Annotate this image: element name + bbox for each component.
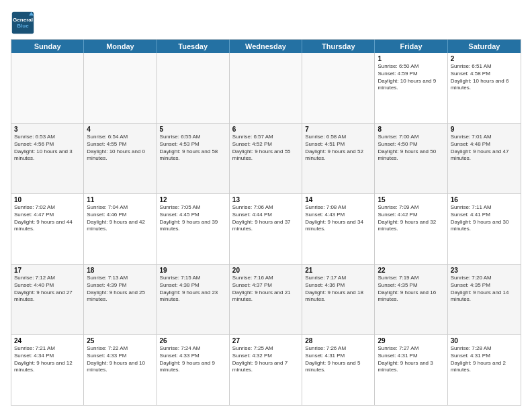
weekday-header: Saturday	[448, 40, 521, 53]
day-number: 27	[232, 337, 299, 345]
day-cell: 15Sunrise: 7:09 AM Sunset: 4:42 PM Dayli…	[375, 194, 447, 264]
calendar-row: 17Sunrise: 7:12 AM Sunset: 4:40 PM Dayli…	[11, 264, 521, 334]
empty-cell	[302, 53, 375, 123]
daylight-hours: Sunrise: 7:16 AM Sunset: 4:37 PM Dayligh…	[232, 275, 299, 304]
day-cell: 9Sunrise: 7:01 AM Sunset: 4:48 PM Daylig…	[448, 124, 521, 193]
daylight-hours: Sunrise: 7:00 AM Sunset: 4:50 PM Dayligh…	[378, 134, 444, 163]
daylight-hours: Sunrise: 6:51 AM Sunset: 4:58 PM Dayligh…	[451, 63, 518, 92]
day-cell: 16Sunrise: 7:11 AM Sunset: 4:41 PM Dayli…	[448, 194, 521, 264]
day-cell: 6Sunrise: 6:57 AM Sunset: 4:52 PM Daylig…	[230, 124, 302, 193]
day-cell: 19Sunrise: 7:15 AM Sunset: 4:38 PM Dayli…	[157, 265, 230, 334]
daylight-hours: Sunrise: 7:05 AM Sunset: 4:45 PM Dayligh…	[160, 204, 226, 233]
day-number: 11	[87, 196, 153, 203]
day-number: 29	[378, 337, 444, 345]
logo-icon: General Blue	[11, 11, 35, 35]
day-cell: 3Sunrise: 6:53 AM Sunset: 4:56 PM Daylig…	[11, 124, 84, 193]
daylight-hours: Sunrise: 6:53 AM Sunset: 4:56 PM Dayligh…	[14, 134, 81, 163]
day-cell: 25Sunrise: 7:22 AM Sunset: 4:33 PM Dayli…	[84, 335, 157, 405]
daylight-hours: Sunrise: 7:08 AM Sunset: 4:43 PM Dayligh…	[305, 204, 371, 233]
empty-cell	[84, 53, 157, 123]
weekday-header: Monday	[84, 40, 157, 53]
day-number: 18	[87, 267, 153, 274]
day-cell: 1Sunrise: 6:50 AM Sunset: 4:59 PM Daylig…	[375, 53, 447, 123]
daylight-hours: Sunrise: 7:02 AM Sunset: 4:47 PM Dayligh…	[14, 204, 81, 233]
day-number: 13	[232, 196, 299, 203]
daylight-hours: Sunrise: 7:17 AM Sunset: 4:36 PM Dayligh…	[305, 275, 371, 304]
daylight-hours: Sunrise: 7:15 AM Sunset: 4:38 PM Dayligh…	[160, 275, 226, 304]
day-cell: 17Sunrise: 7:12 AM Sunset: 4:40 PM Dayli…	[11, 265, 84, 334]
calendar-row: 10Sunrise: 7:02 AM Sunset: 4:47 PM Dayli…	[11, 193, 521, 264]
daylight-hours: Sunrise: 6:55 AM Sunset: 4:53 PM Dayligh…	[160, 134, 226, 163]
daylight-hours: Sunrise: 6:57 AM Sunset: 4:52 PM Dayligh…	[232, 134, 299, 163]
day-number: 10	[14, 196, 81, 203]
day-number: 12	[160, 196, 226, 203]
day-number: 1	[378, 55, 444, 62]
calendar-row: 1Sunrise: 6:50 AM Sunset: 4:59 PM Daylig…	[11, 53, 521, 123]
day-cell: 27Sunrise: 7:25 AM Sunset: 4:32 PM Dayli…	[230, 335, 302, 405]
calendar-row: 24Sunrise: 7:21 AM Sunset: 4:34 PM Dayli…	[11, 334, 521, 405]
daylight-hours: Sunrise: 7:27 AM Sunset: 4:31 PM Dayligh…	[378, 345, 444, 374]
day-number: 23	[451, 267, 518, 274]
day-cell: 21Sunrise: 7:17 AM Sunset: 4:36 PM Dayli…	[302, 265, 375, 334]
daylight-hours: Sunrise: 7:12 AM Sunset: 4:40 PM Dayligh…	[14, 275, 81, 304]
daylight-hours: Sunrise: 7:11 AM Sunset: 4:41 PM Dayligh…	[451, 204, 518, 233]
day-cell: 28Sunrise: 7:26 AM Sunset: 4:31 PM Dayli…	[302, 335, 375, 405]
day-cell: 22Sunrise: 7:19 AM Sunset: 4:35 PM Dayli…	[375, 265, 447, 334]
day-cell: 29Sunrise: 7:27 AM Sunset: 4:31 PM Dayli…	[375, 335, 447, 405]
daylight-hours: Sunrise: 6:58 AM Sunset: 4:51 PM Dayligh…	[305, 134, 371, 163]
page: General Blue SundayMondayTuesdayWednesda…	[0, 0, 532, 411]
daylight-hours: Sunrise: 7:01 AM Sunset: 4:48 PM Dayligh…	[451, 134, 518, 163]
daylight-hours: Sunrise: 7:25 AM Sunset: 4:32 PM Dayligh…	[232, 345, 299, 374]
day-number: 9	[451, 126, 518, 133]
daylight-hours: Sunrise: 7:13 AM Sunset: 4:39 PM Dayligh…	[87, 275, 153, 304]
daylight-hours: Sunrise: 6:50 AM Sunset: 4:59 PM Dayligh…	[378, 63, 444, 92]
calendar-header: SundayMondayTuesdayWednesdayThursdayFrid…	[11, 40, 521, 53]
daylight-hours: Sunrise: 7:21 AM Sunset: 4:34 PM Dayligh…	[14, 345, 81, 374]
day-cell: 8Sunrise: 7:00 AM Sunset: 4:50 PM Daylig…	[375, 124, 447, 193]
day-cell: 11Sunrise: 7:04 AM Sunset: 4:46 PM Dayli…	[84, 194, 157, 264]
day-number: 8	[378, 126, 444, 133]
logo: General Blue	[11, 11, 35, 35]
day-cell: 30Sunrise: 7:28 AM Sunset: 4:31 PM Dayli…	[448, 335, 521, 405]
day-number: 14	[305, 196, 371, 203]
day-cell: 12Sunrise: 7:05 AM Sunset: 4:45 PM Dayli…	[157, 194, 230, 264]
calendar-row: 3Sunrise: 6:53 AM Sunset: 4:56 PM Daylig…	[11, 123, 521, 193]
day-number: 17	[14, 267, 81, 274]
day-number: 28	[305, 337, 371, 345]
header: General Blue	[11, 8, 521, 35]
day-number: 30	[451, 337, 518, 345]
day-cell: 10Sunrise: 7:02 AM Sunset: 4:47 PM Dayli…	[11, 194, 84, 264]
empty-cell	[230, 53, 302, 123]
weekday-header: Tuesday	[157, 40, 230, 53]
daylight-hours: Sunrise: 7:20 AM Sunset: 4:35 PM Dayligh…	[451, 275, 518, 304]
daylight-hours: Sunrise: 7:22 AM Sunset: 4:33 PM Dayligh…	[87, 345, 153, 374]
day-number: 7	[305, 126, 371, 133]
day-number: 24	[14, 337, 81, 345]
day-number: 25	[87, 337, 153, 345]
day-cell: 13Sunrise: 7:06 AM Sunset: 4:44 PM Dayli…	[230, 194, 302, 264]
daylight-hours: Sunrise: 7:04 AM Sunset: 4:46 PM Dayligh…	[87, 204, 153, 233]
day-cell: 14Sunrise: 7:08 AM Sunset: 4:43 PM Dayli…	[302, 194, 375, 264]
weekday-header: Thursday	[302, 40, 375, 53]
day-cell: 23Sunrise: 7:20 AM Sunset: 4:35 PM Dayli…	[448, 265, 521, 334]
day-number: 4	[87, 126, 153, 133]
day-number: 15	[378, 196, 444, 203]
day-number: 16	[451, 196, 518, 203]
day-number: 19	[160, 267, 226, 274]
day-number: 3	[14, 126, 81, 133]
day-number: 2	[451, 55, 518, 62]
day-number: 26	[160, 337, 226, 345]
day-number: 20	[232, 267, 299, 274]
daylight-hours: Sunrise: 7:26 AM Sunset: 4:31 PM Dayligh…	[305, 345, 371, 374]
day-cell: 26Sunrise: 7:24 AM Sunset: 4:33 PM Dayli…	[157, 335, 230, 405]
day-cell: 4Sunrise: 6:54 AM Sunset: 4:55 PM Daylig…	[84, 124, 157, 193]
day-number: 21	[305, 267, 371, 274]
day-number: 5	[160, 126, 226, 133]
day-cell: 2Sunrise: 6:51 AM Sunset: 4:58 PM Daylig…	[448, 53, 521, 123]
day-cell: 5Sunrise: 6:55 AM Sunset: 4:53 PM Daylig…	[157, 124, 230, 193]
weekday-header: Sunday	[11, 40, 84, 53]
empty-cell	[11, 53, 84, 123]
empty-cell	[157, 53, 230, 123]
daylight-hours: Sunrise: 7:28 AM Sunset: 4:31 PM Dayligh…	[451, 345, 518, 374]
day-cell: 20Sunrise: 7:16 AM Sunset: 4:37 PM Dayli…	[230, 265, 302, 334]
